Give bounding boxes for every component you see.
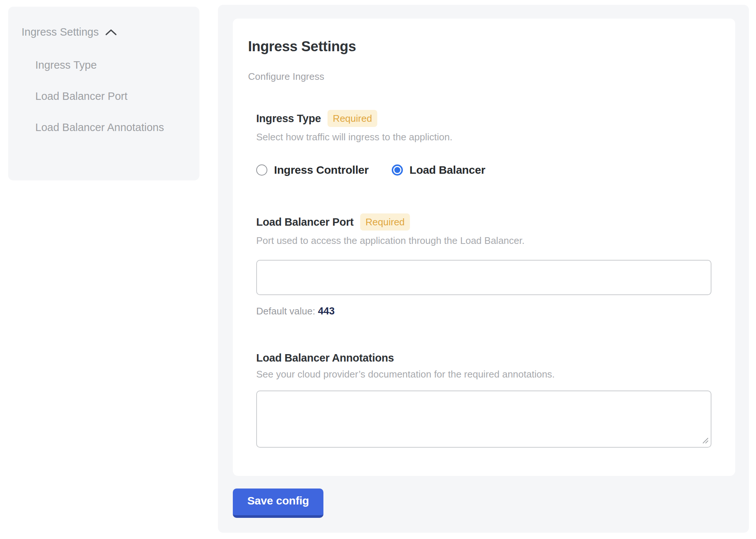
required-badge: Required [360,213,410,231]
load-balancer-annotations-label: Load Balancer Annotations [256,352,394,364]
page-title: Ingress Settings [248,39,711,55]
default-value: 443 [318,306,335,317]
radio-option-ingress-controller[interactable]: Ingress Controller [256,164,369,176]
radio-label-ingress-controller[interactable]: Ingress Controller [274,164,369,176]
load-balancer-port-description: Port used to access the application thro… [256,235,711,246]
settings-sidebar: Ingress Settings Ingress Type Load Balan… [8,7,199,180]
radio-label-load-balancer[interactable]: Load Balancer [410,164,485,176]
radio-icon[interactable] [256,164,267,176]
load-balancer-annotations-textarea[interactable] [256,391,711,448]
sidebar-item-load-balancer-port[interactable]: Load Balancer Port [35,85,177,107]
page-subtitle: Configure Ingress [248,71,711,82]
required-badge: Required [328,110,377,127]
ingress-type-description: Select how traffic will ingress to the a… [256,131,711,143]
section-ingress-type: Ingress Type Required Select how traffic… [256,110,711,176]
section-load-balancer-annotations: Load Balancer Annotations See your cloud… [256,352,711,448]
default-value-label: Default value: [256,306,315,317]
default-value-row: Default value: 443 [256,306,711,317]
radio-icon[interactable] [392,164,403,176]
ingress-settings-card: Ingress Settings Configure Ingress Ingre… [233,19,735,476]
load-balancer-annotations-description: See your cloud provider’s documentation … [256,369,711,380]
load-balancer-port-input[interactable] [256,260,711,295]
load-balancer-port-label: Load Balancer Port [256,216,353,228]
section-load-balancer-port: Load Balancer Port Required Port used to… [256,213,711,317]
settings-panel: Ingress Settings Configure Ingress Ingre… [218,5,749,533]
textarea-resize-handle[interactable] [701,437,710,445]
ingress-type-radio-group: Ingress Controller Load Balancer [256,164,711,176]
sidebar-item-list: Ingress Type Load Balancer Port Load Bal… [22,54,177,138]
save-config-button[interactable]: Save config [233,489,323,518]
sidebar-item-ingress-type[interactable]: Ingress Type [35,54,177,76]
sidebar-item-load-balancer-annotations[interactable]: Load Balancer Annotations [35,117,177,138]
ingress-type-label: Ingress Type [256,112,321,125]
sidebar-group-ingress-settings[interactable]: Ingress Settings [22,24,177,39]
sidebar-group-label: Ingress Settings [22,25,99,39]
chevron-up-icon [105,26,117,39]
radio-option-load-balancer[interactable]: Load Balancer [392,164,485,176]
